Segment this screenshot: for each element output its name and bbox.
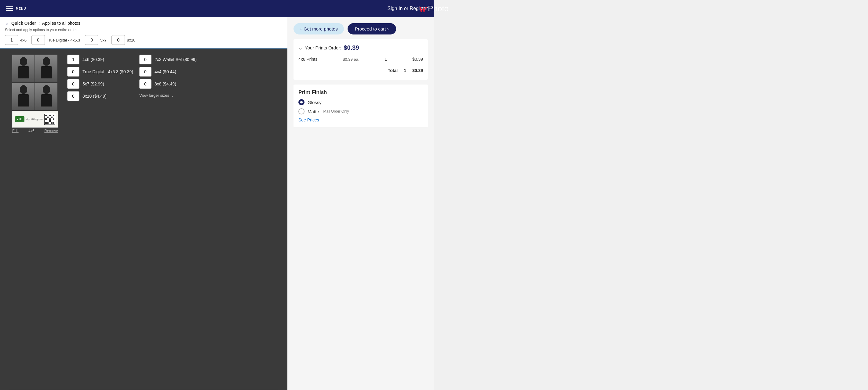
matte-option[interactable]: Matte Mail Order Only: [299, 108, 423, 115]
matte-radio[interactable]: [299, 108, 305, 115]
photo-thumb-2: [35, 55, 57, 82]
order-line-item: 4x6 Prints $0.39 ea. 1 $0.39: [299, 55, 423, 63]
glossy-label: Glossy: [308, 100, 321, 105]
order-summary-chevron: ⌄: [299, 45, 302, 51]
photo-thumb-3: [12, 83, 34, 110]
view-larger-chevron: ⌄: [171, 93, 175, 98]
app-logo: w Photo: [419, 2, 434, 15]
left-panel: ⌄ Quick Order : Applies to all photos Se…: [0, 17, 287, 390]
glossy-option[interactable]: Glossy: [299, 99, 423, 105]
qty-4x6[interactable]: [67, 55, 80, 64]
banner-qr: [44, 114, 55, 125]
order-line-qty: 1: [384, 57, 387, 62]
remove-link[interactable]: Remove: [44, 129, 58, 133]
option-row-8x10: 8x10 ($4.49): [67, 91, 133, 101]
photo-size-label: 4x6: [28, 129, 34, 133]
matte-sublabel: Mail Order Only: [323, 109, 349, 113]
print-finish-title: Print Finish: [299, 89, 423, 96]
label-4x6: 4x6 ($0.39): [83, 57, 104, 62]
order-summary-header[interactable]: ⌄ Your Prints Order: $0.39: [299, 44, 423, 51]
photo-grid-row-bottom: [12, 83, 58, 110]
qty-4x4[interactable]: [139, 67, 152, 76]
order-total-qty: 1: [404, 68, 406, 73]
option-row-true-digital: True Digital - 4x5.3 ($0.39): [67, 67, 133, 76]
photo-collage-container: 7 ID https://7idapp.com: [12, 55, 58, 133]
qty-8x8[interactable]: [139, 79, 152, 89]
order-divider: [299, 65, 423, 65]
print-options-col1: 4x6 ($0.39) True Digital - 4x5.3 ($0.39)…: [67, 55, 133, 101]
right-panel: + Get more photos Proceed to cart › ⌄ Yo…: [287, 17, 434, 390]
order-line-price-each: $0.39 ea.: [343, 57, 359, 62]
photo-thumb-4: [35, 83, 57, 110]
menu-button[interactable]: [6, 6, 13, 11]
qty-true-digital[interactable]: [67, 67, 80, 76]
photo-banner: 7 ID https://7idapp.com: [12, 111, 58, 128]
header: MENU w Photo Sign In or Register: [0, 0, 434, 17]
option-row-8x8: 8x8 ($4.49): [139, 79, 197, 89]
get-more-photos-button[interactable]: + Get more photos: [293, 23, 344, 34]
quick-order-inputs: 4x6 True Digital - 4x5.3 5x7 8x10: [5, 35, 282, 45]
quick-order-8x10-qty[interactable]: [112, 35, 125, 45]
view-larger-label: View larger sizes: [139, 93, 169, 98]
quick-order-toggle[interactable]: ⌄ Quick Order : Applies to all photos: [5, 20, 282, 26]
walgreens-w-logo: w: [419, 2, 427, 15]
quick-order-true-digital-label: True Digital - 4x5.3: [47, 38, 80, 42]
order-header-label: Your Prints Order:: [305, 45, 341, 51]
order-line-total: $0.39: [412, 57, 423, 62]
menu-label: MENU: [16, 7, 26, 10]
label-true-digital: True Digital - 4x5.3 ($0.39): [83, 69, 133, 74]
photo-person-3: [12, 83, 34, 110]
quick-order-true-digital-qty[interactable]: [31, 35, 45, 45]
view-larger-sizes[interactable]: View larger sizes ⌄: [139, 93, 197, 98]
edit-link[interactable]: Edit: [12, 129, 19, 133]
quick-order-5x7-label: 5x7: [100, 38, 106, 42]
order-total-row: Total 1 $0.39: [299, 66, 423, 75]
photo-logo-text: Photo: [428, 4, 434, 13]
option-row-4x4: 4x4 ($0.44): [139, 67, 197, 76]
photo-edit-row: Edit 4x6 Remove: [12, 129, 58, 133]
quick-order-colon: :: [38, 21, 40, 26]
label-4x4: 4x4 ($0.44): [155, 69, 176, 74]
quick-order-5x7-qty[interactable]: [85, 35, 98, 45]
quick-order-4x6-label: 4x6: [20, 38, 27, 42]
quick-order-subtitle: Select and apply options to your entire …: [5, 28, 282, 32]
banner-url: https://7idapp.com: [25, 118, 44, 120]
quick-order-bar: ⌄ Quick Order : Applies to all photos Se…: [0, 17, 287, 48]
qty-wallet[interactable]: [139, 55, 152, 64]
photo-person-1: [12, 55, 34, 82]
photo-collage: 7 ID https://7idapp.com: [12, 55, 58, 128]
label-wallet: 2x3 Wallet Set ($0.99): [155, 57, 197, 62]
option-row-wallet: 2x3 Wallet Set ($0.99): [139, 55, 197, 64]
main-container: ⌄ Quick Order : Applies to all photos Se…: [0, 17, 434, 390]
quick-order-8x10-label: 8x10: [127, 38, 135, 42]
option-row-4x6: 4x6 ($0.39): [67, 55, 133, 64]
banner-logo-num: 7: [17, 118, 19, 121]
banner-logo: 7 ID: [15, 116, 25, 122]
photo-person-2: [35, 55, 57, 82]
see-prices-link[interactable]: See Prices: [299, 118, 423, 122]
order-header-total: $0.39: [344, 44, 359, 51]
photo-person-4: [35, 83, 57, 110]
print-options: 4x6 ($0.39) True Digital - 4x5.3 ($0.39)…: [67, 55, 275, 101]
photo-grid-row-top: [12, 55, 58, 82]
label-8x8: 8x8 ($4.49): [155, 82, 176, 86]
quick-order-label: Quick Order: [11, 21, 36, 26]
qty-8x10[interactable]: [67, 91, 80, 101]
photo-thumb-1: [12, 55, 34, 82]
action-buttons: + Get more photos Proceed to cart ›: [293, 23, 428, 34]
matte-label: Matte: [308, 109, 319, 114]
order-summary: ⌄ Your Prints Order: $0.39 4x6 Prints $0…: [293, 39, 428, 79]
proceed-to-cart-button[interactable]: Proceed to cart ›: [347, 23, 396, 34]
quick-order-4x6-qty[interactable]: [5, 35, 18, 45]
photo-area: 7 ID https://7idapp.com: [0, 48, 287, 390]
label-8x10: 8x10 ($4.49): [83, 94, 106, 99]
print-finish-section: Print Finish Glossy Matte Mail Order Onl…: [293, 85, 428, 127]
qty-5x7[interactable]: [67, 79, 80, 89]
option-row-5x7: 5x7 ($2.99): [67, 79, 133, 89]
order-total-label: Total: [388, 68, 398, 73]
order-line-item-name: 4x6 Prints: [299, 57, 317, 62]
glossy-radio[interactable]: [299, 99, 305, 105]
banner-logo-text: ID: [20, 118, 23, 121]
order-total-amount: $0.39: [412, 68, 423, 73]
quick-order-applies-to: Applies to all photos: [42, 21, 80, 26]
